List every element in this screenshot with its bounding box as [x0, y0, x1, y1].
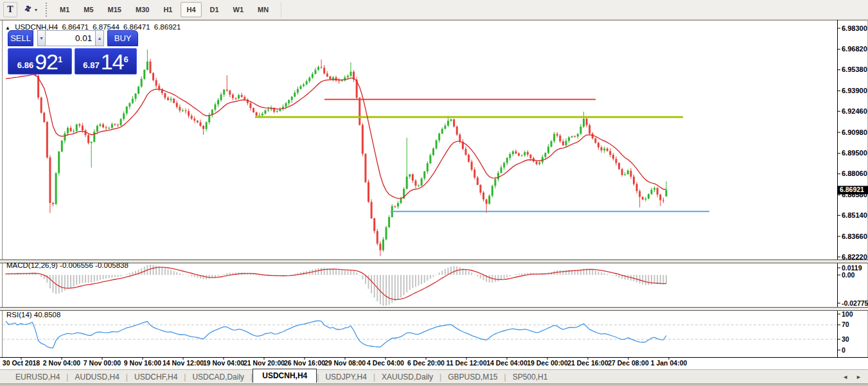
timeframe-button-h1[interactable]: H1 [157, 2, 178, 17]
time-axis-label: 21 Nov 20:00 [244, 359, 285, 367]
price-axis-label: 6.92460 [842, 107, 867, 115]
buy-price-quote[interactable]: 6.87 14 6 [75, 48, 137, 75]
volume-increase-button[interactable]: ▲ [95, 30, 103, 46]
timeframe-button-w1[interactable]: W1 [227, 2, 250, 17]
time-axis-label: 21 Dec 16:00 [567, 359, 608, 367]
time-axis-label: 4 Dec 04:00 [367, 359, 404, 367]
current-price-tag-label: 6.86921 [840, 186, 864, 193]
trading-terminal: 6.983006.968206.953806.939006.924606.909… [0, 0, 868, 386]
time-axis-label: 1 Jan 04:00 [651, 359, 687, 367]
ohlc-close: 6.86921 [154, 23, 181, 31]
timeframe-group: M1M5M15M30H1H4D1W1MN [53, 2, 276, 17]
price-axis-label: 6.85140 [842, 211, 867, 219]
buy-button[interactable]: BUY [107, 30, 138, 46]
one-click-trading-panel: SELL ▼ ▲ BUY 6.86 92 1 6.87 14 6 [8, 30, 138, 75]
tab-item-usdcad[interactable]: USDCAD,Daily [186, 371, 251, 383]
chevron-down-icon: ▾ [35, 7, 37, 13]
sell-price-quote[interactable]: 6.86 92 1 [8, 48, 72, 75]
time-axis-label: 6 Dec 20:00 [407, 359, 445, 367]
tab-item-gbpusd[interactable]: GBPUSD,M15 [441, 371, 504, 383]
time-axis-label: 19 Nov 04:00 [203, 359, 244, 367]
sell-price-pips: 92 [35, 51, 58, 72]
text-tool-button[interactable]: T [3, 2, 17, 17]
toolbar-separator [281, 2, 281, 17]
sell-button[interactable]: SELL [8, 30, 33, 46]
timeframe-button-mn[interactable]: MN [252, 2, 274, 17]
price-axis-label: 6.93900 [842, 87, 867, 94]
volume-decrease-button[interactable]: ▼ [37, 30, 46, 46]
tab-item-eurusd[interactable]: EURUSD,H4 [9, 371, 66, 383]
text-tool-icon: T [7, 4, 13, 15]
macd-axis-label: 0.00 [842, 271, 855, 279]
timeframe-button-m30[interactable]: M30 [130, 2, 155, 17]
rsi-label: RSI(14) 40.8508 [6, 311, 60, 319]
time-axis-label: 14 Nov 12:00 [163, 359, 204, 367]
price-axis-label: 6.95380 [842, 66, 867, 73]
toolbar-grip-handle[interactable] [46, 3, 48, 17]
tabs-container: EURUSD,H4|AUDUSD,H4|USDCHF,H4|USDCAD,Dai… [9, 371, 554, 383]
price-axis-label: 6.89500 [842, 149, 867, 157]
tab-item-usdcnh[interactable]: USDCNH,H4 [252, 369, 317, 383]
timeframe-button-m1[interactable]: M1 [54, 2, 75, 17]
sell-price-point: 1 [58, 50, 62, 69]
tab-item-sp500[interactable]: SP500,H1 [506, 371, 554, 383]
timeframe-button-h4[interactable]: H4 [181, 2, 201, 17]
timeframe-button-m15[interactable]: M15 [102, 2, 127, 17]
sell-price-prefix: 6.86 [17, 59, 33, 72]
time-axis-label: 9 Nov 16:00 [124, 359, 162, 367]
time-axis-label: 7 Nov 00:00 [84, 359, 121, 367]
time-axis-label: 30 Oct 2018 [3, 359, 40, 367]
buy-price-pips: 14 [101, 51, 124, 72]
time-axis-label: 27 Dec 08:00 [608, 359, 649, 367]
timeframe-button-d1[interactable]: D1 [204, 2, 225, 17]
tab-scroll-left-icon[interactable]: ◄ [842, 374, 848, 380]
price-axis-label: 6.96820 [842, 45, 867, 53]
time-axis-label: 29 Nov 08:00 [324, 359, 366, 367]
rsi-axis-label: 0 [842, 346, 846, 354]
timeframe-button-m5[interactable]: M5 [78, 2, 99, 17]
rsi-axis-label: 30 [842, 335, 849, 343]
swap-arrows-icon [23, 4, 33, 16]
buy-price-point: 6 [123, 50, 128, 69]
macd-label: MACD(12,26,9) -0.006556 -0.005838 [6, 261, 128, 269]
symbol-tab-bar: EURUSD,H4|AUDUSD,H4|USDCHF,H4|USDCAD,Dai… [0, 369, 868, 383]
cycle-symbols-button[interactable]: ▾ [19, 2, 42, 17]
macd-axis-label: -0.027754 [842, 299, 868, 307]
time-axis-label: 11 Dec 12:00 [446, 359, 486, 367]
time-axis-label: 14 Dec 04:00 [486, 359, 527, 367]
tab-item-usdjpy[interactable]: USDJPY,H4 [319, 371, 373, 383]
price-axis-label: 6.82220 [842, 253, 867, 261]
time-axis-label: 19 Dec 00:00 [527, 359, 568, 367]
buy-price-prefix: 6.87 [83, 59, 99, 72]
tab-item-usdchf[interactable]: USDCHF,H4 [128, 371, 184, 383]
toolbar: T ▾ M1M5M15M30H1H4D1W1MN [0, 0, 868, 20]
window-bottom-edge [0, 383, 868, 386]
price-axis-label: 6.83660 [842, 232, 867, 240]
tab-item-xauusd[interactable]: XAUUSD,Daily [375, 371, 439, 383]
price-axis-label: 6.90980 [842, 128, 867, 136]
time-axis-label: 26 Nov 16:00 [284, 359, 325, 367]
time-axis-label: 2 Nov 04:00 [43, 359, 81, 367]
volume-input[interactable] [46, 30, 95, 46]
price-axis-label: 6.88060 [842, 170, 867, 177]
rsi-axis-label: 70 [842, 320, 849, 328]
price-axis-label: 6.98300 [842, 24, 867, 32]
tab-scroll-right-icon[interactable]: ► [856, 374, 862, 380]
rsi-axis-label: 100 [842, 310, 853, 318]
tab-item-audusd[interactable]: AUDUSD,H4 [68, 371, 125, 383]
